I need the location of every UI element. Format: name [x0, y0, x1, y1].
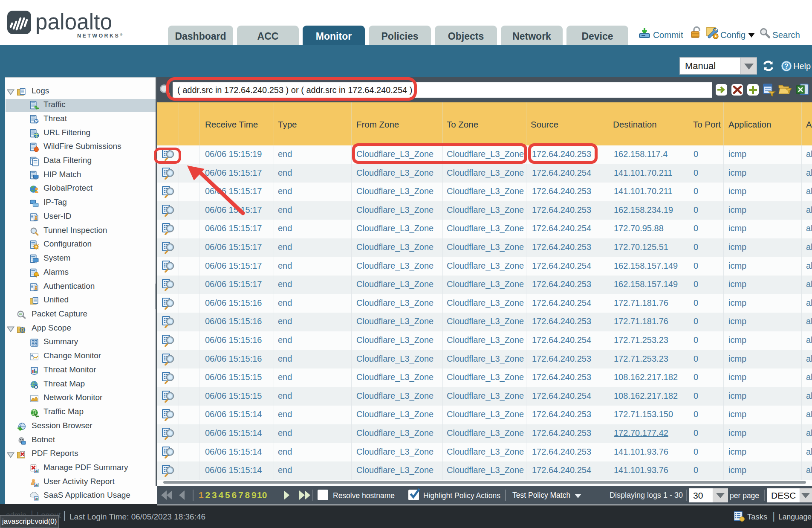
svg-text:?: ? — [784, 63, 789, 70]
